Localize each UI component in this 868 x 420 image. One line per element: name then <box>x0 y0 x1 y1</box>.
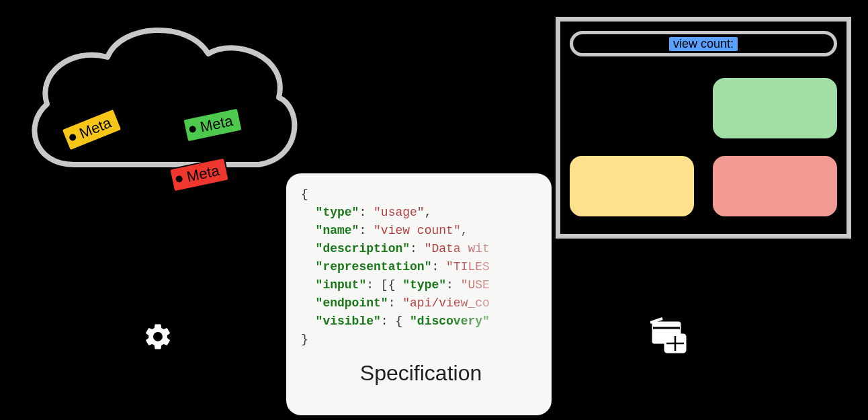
specification-title: Specification <box>301 361 541 386</box>
specification-code: { "type": "usage", "name": "view count",… <box>301 185 541 349</box>
search-highlight: view count: <box>669 37 738 51</box>
tile-yellow <box>570 156 694 216</box>
tag-label: Meta <box>185 162 221 186</box>
specification-card: { "type": "usage", "name": "view count",… <box>286 173 552 415</box>
tile-red <box>713 156 837 216</box>
tiles-area <box>570 63 837 224</box>
gear-icon <box>142 321 173 355</box>
tile-green <box>713 78 837 138</box>
tag-label: Meta <box>199 112 234 136</box>
browser-tiles-icon <box>650 317 688 358</box>
browser-mockup: view count: <box>556 17 851 239</box>
cloud-panel: Meta Meta Meta <box>13 10 302 212</box>
browser-search-bar[interactable]: view count: <box>570 31 837 56</box>
cloud-icon <box>13 10 302 212</box>
